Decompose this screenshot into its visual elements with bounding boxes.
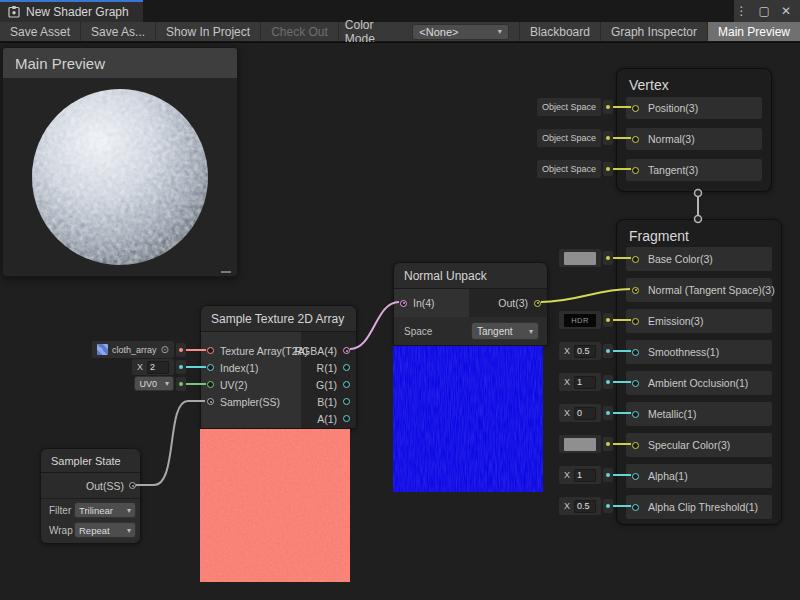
color-mode-label: Color Mode xyxy=(339,22,413,41)
check-out-button: Check Out xyxy=(261,22,339,41)
graph-inspector-toggle-button[interactable]: Graph Inspector xyxy=(600,22,707,41)
metallic-value-field[interactable]: 0 xyxy=(574,407,596,420)
alpha-clip-value-field[interactable]: 0.5 xyxy=(574,500,596,513)
kebab-menu-icon[interactable]: ⋮ xyxy=(736,0,748,22)
texture-object-field[interactable]: cloth_array ⊙ xyxy=(92,341,174,358)
main-preview-toggle-button[interactable]: Main Preview xyxy=(707,22,800,41)
main-preview-viewport[interactable] xyxy=(3,78,237,276)
main-preview-title: Main Preview xyxy=(15,55,105,72)
vertex-node-title: Vertex xyxy=(629,77,669,93)
port-row-alpha-clip: Alpha Clip Threshold(1) xyxy=(626,495,772,519)
chevron-down-icon: ▾ xyxy=(529,327,533,336)
normal-port[interactable] xyxy=(632,136,639,143)
filter-dropdown[interactable]: Trilinear▾ xyxy=(74,502,136,518)
ambient-occlusion-port[interactable] xyxy=(632,380,639,387)
graph-toolbar: Save Asset Save As... Show In Project Ch… xyxy=(0,22,800,42)
normal-unpack-title: Normal Unpack xyxy=(394,263,547,289)
main-preview-header[interactable]: Main Preview xyxy=(3,48,237,78)
index-value-field[interactable]: 2 xyxy=(147,361,169,374)
close-icon[interactable]: ✕ xyxy=(781,0,791,22)
tangent-space-field[interactable]: Object Space xyxy=(537,160,601,178)
base-color-widget xyxy=(559,249,631,267)
alpha-value-field[interactable]: 1 xyxy=(574,469,596,482)
rgba-output-port[interactable] xyxy=(343,347,350,354)
in-port[interactable] xyxy=(400,300,407,307)
specular-color-port[interactable] xyxy=(632,442,639,449)
alpha-clip-threshold-port[interactable] xyxy=(632,504,639,511)
resize-grip[interactable] xyxy=(221,271,231,273)
vertex-node[interactable]: Vertex Position(3) Normal(3) Tangent(3) xyxy=(616,68,772,192)
alpha-port[interactable] xyxy=(632,473,639,480)
chevron-down-icon: ▾ xyxy=(127,506,131,515)
normal-space-field[interactable]: Object Space xyxy=(537,129,601,147)
widget-port-dot xyxy=(603,406,613,420)
maximize-icon[interactable]: ▢ xyxy=(759,0,770,22)
metallic-widget: X0 xyxy=(559,404,631,422)
metallic-port[interactable] xyxy=(632,411,639,418)
smoothness-value-field[interactable]: 0.5 xyxy=(574,345,596,358)
widget-port-dot xyxy=(603,344,613,358)
color-mode-dropdown[interactable]: <None> ▾ xyxy=(412,24,509,40)
normal-tangent-space-port[interactable] xyxy=(632,287,639,294)
smoothness-port[interactable] xyxy=(632,349,639,356)
uv-channel-dropdown[interactable]: UV0▾ xyxy=(134,376,174,391)
tangent-space-widget: Object Space xyxy=(537,160,631,178)
main-preview-panel[interactable]: Main Preview xyxy=(2,47,238,277)
show-in-project-button[interactable]: Show In Project xyxy=(156,22,261,41)
save-as-button[interactable]: Save As... xyxy=(81,22,156,41)
filter-row: Filter Trilinear▾ xyxy=(41,499,140,521)
space-row: Space Tangent▾ xyxy=(394,317,547,345)
a-output-port[interactable] xyxy=(343,415,350,422)
alpha-widget: X1 xyxy=(559,466,631,484)
sample-texture-2d-array-node[interactable]: Sample Texture 2D Array Texture Array(T2… xyxy=(200,305,357,582)
tab-title: New Shader Graph xyxy=(26,5,129,19)
position-port[interactable] xyxy=(632,105,639,112)
save-asset-button[interactable]: Save Asset xyxy=(0,22,81,41)
texture-array-port[interactable] xyxy=(207,347,214,354)
base-color-swatch[interactable] xyxy=(559,249,601,267)
in-port-cell: In(4) xyxy=(394,289,469,317)
tab-new-shader-graph[interactable]: New Shader Graph xyxy=(0,0,143,22)
widget-port-dot xyxy=(603,499,613,513)
normal-unpack-node[interactable]: Normal Unpack In(4) Out(3) Space Tangent… xyxy=(393,262,548,492)
object-picker-icon[interactable]: ⊙ xyxy=(161,345,169,355)
ambient-occlusion-widget: X1 xyxy=(559,373,631,391)
shader-graph-icon xyxy=(8,6,20,18)
out-ss-port[interactable] xyxy=(129,482,136,489)
out-port-cell: Out(3) xyxy=(469,289,547,317)
base-color-port[interactable] xyxy=(632,256,639,263)
widget-port-dot xyxy=(603,375,613,389)
chevron-down-icon: ▾ xyxy=(127,526,131,535)
uv-port[interactable] xyxy=(207,381,214,388)
port-row-smoothness: Smoothness(1) xyxy=(626,340,772,364)
blackboard-toggle-button[interactable]: Blackboard xyxy=(519,22,600,41)
space-dropdown[interactable]: Tangent▾ xyxy=(471,322,539,340)
index-port[interactable] xyxy=(207,364,214,371)
texture-icon xyxy=(97,344,108,355)
out-port[interactable] xyxy=(534,300,541,307)
tangent-port[interactable] xyxy=(632,167,639,174)
g-output-port[interactable] xyxy=(343,381,350,388)
b-output-port[interactable] xyxy=(343,398,350,405)
widget-port-dot xyxy=(176,377,186,391)
sampler-state-node[interactable]: Sampler State Out(SS) Filter Trilinear▾ … xyxy=(40,448,141,544)
widget-port-dot xyxy=(176,360,186,374)
sampler-state-title: Sampler State xyxy=(41,449,140,473)
fragment-node[interactable]: Fragment Base Color(3) Normal (Tangent S… xyxy=(616,219,782,525)
fragment-node-title: Fragment xyxy=(629,228,689,244)
r-output-port[interactable] xyxy=(343,364,350,371)
sampler-port[interactable] xyxy=(207,398,214,405)
specular-color-swatch[interactable] xyxy=(559,435,601,453)
port-row-normal-ts: Normal (Tangent Space)(3) xyxy=(626,278,772,302)
preview-sphere xyxy=(3,78,237,276)
wrap-dropdown[interactable]: Repeat▾ xyxy=(74,522,136,538)
emission-port[interactable] xyxy=(632,318,639,325)
widget-port-dot xyxy=(603,313,613,327)
port-row-ambient-occlusion: Ambient Occlusion(1) xyxy=(626,371,772,395)
position-space-widget: Object Space xyxy=(537,98,631,116)
shader-graph-window: New Shader Graph ⋮ ▢ ✕ Save Asset Save A… xyxy=(0,0,800,600)
port-row-emission: Emission(3) xyxy=(626,309,772,333)
position-space-field[interactable]: Object Space xyxy=(537,98,601,116)
ambient-occlusion-value-field[interactable]: 1 xyxy=(574,376,596,389)
emission-hdr-swatch[interactable]: HDR xyxy=(559,311,601,329)
